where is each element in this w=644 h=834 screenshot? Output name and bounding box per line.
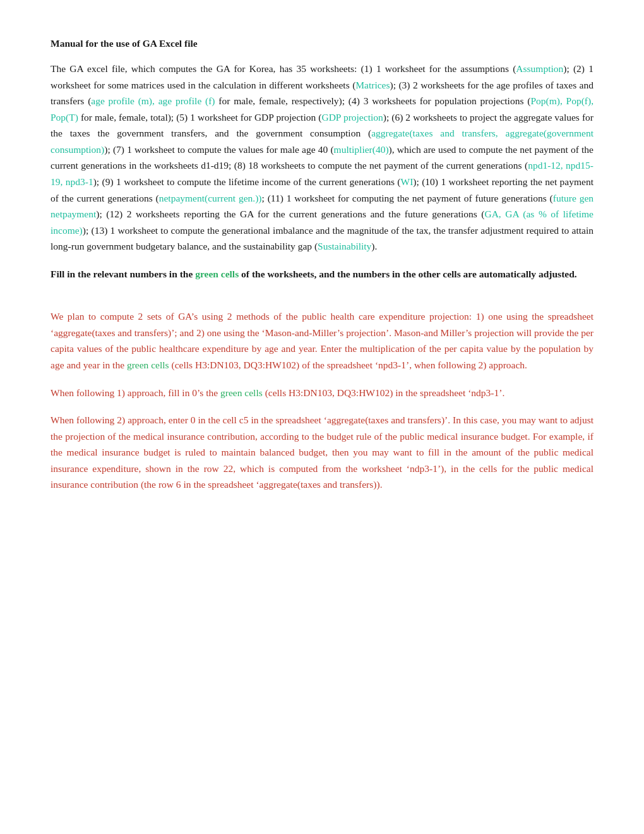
red-para1-text2: (cells H3:DN103, DQ3:HW102) of the sprea… [172,360,527,370]
fill-instruction: Fill in the relevant numbers in the gree… [51,266,593,282]
link-wi: WI [401,176,414,187]
red-para3-text: When following 2) approach, enter 0 in t… [51,414,593,490]
red-para1-green: green cells [127,360,169,370]
red-paragraph-1: We plan to compute 2 sets of GA’s using … [51,308,593,373]
red-paragraph-3: When following 2) approach, enter 0 in t… [51,412,593,493]
fill-green-cells-label: green cells [195,269,239,279]
red-para2-text2: (cells H3:DN103, DQ3:HW102) in the sprea… [265,387,505,398]
page: Manual for the use of GA Excel file The … [0,0,644,834]
link-matrices: Matrices [355,80,390,90]
intro-paragraph: The GA excel file, which computes the GA… [51,61,593,255]
page-title: Manual for the use of GA Excel file [51,38,593,49]
title-text: Manual for the use of GA Excel file [51,38,198,49]
link-npd: npd1-12, npd15-19, npd3-1 [51,160,593,187]
red-paragraph-2: When following 1) approach, fill in 0’s … [51,385,593,401]
red-para2-green: green cells [220,387,263,398]
link-sustainability: Sustainability [318,241,371,251]
fill-bold-prefix: Fill in the relevant numbers in the [51,269,193,279]
spacer-1 [51,297,593,308]
red-para2-text1: When following 1) approach, fill in 0’s … [51,387,218,398]
link-aggregate: aggregate(taxes and transfers, aggregate… [51,128,593,155]
link-age-profile: age profile (m), age profile (f) [91,95,215,106]
link-multiplier: multiplier(40) [334,144,389,155]
link-gdp: GDP projection [321,112,383,123]
link-assumption: Assumption [516,63,563,74]
fill-bold-suffix: of the worksheets, and the numbers in th… [241,269,577,279]
link-netpayment-current: netpayment(current gen.)) [159,193,262,203]
link-ga: GA, GA (as % of lifetime income) [51,208,593,236]
